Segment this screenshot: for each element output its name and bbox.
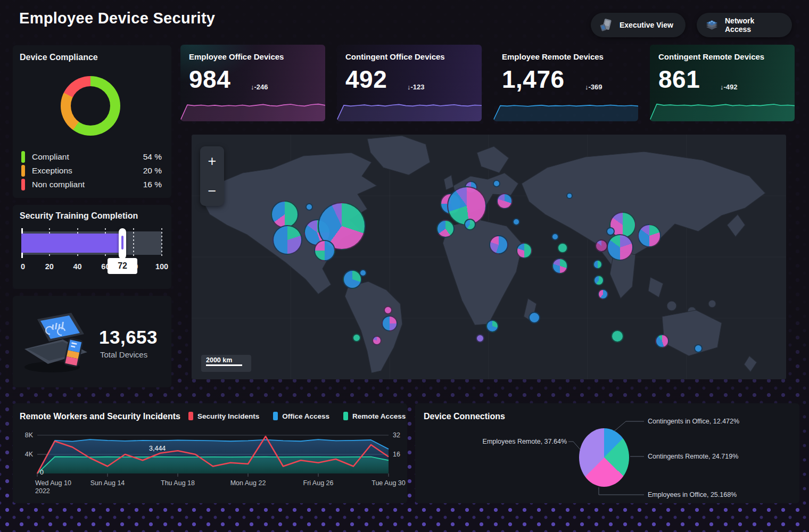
kpi-sparkline	[337, 98, 482, 121]
ytick-0: 0	[40, 469, 44, 476]
world-map-panel: + − 2000 km	[192, 135, 786, 379]
pie-label-contingents-office: Contingents in Office, 12.472%	[648, 418, 739, 425]
total-devices-label: Total Devices	[100, 350, 147, 359]
ytick-8k: 8K	[25, 431, 34, 439]
devices-illustration-icon	[19, 311, 92, 376]
map-scale-label: 2000 km	[206, 356, 251, 364]
kpi-title: Contingent Office Devices	[345, 52, 445, 61]
map-pie-marker[interactable]	[306, 203, 313, 211]
xtick-label: Fri Aug 26	[303, 479, 334, 487]
remote-workers-chart: 8K4K03216Wed Aug 102022Sun Aug 14Thu Aug…	[13, 403, 407, 503]
kpi-sparkline	[180, 98, 325, 121]
compliant-label: Compliant	[32, 152, 69, 162]
total-devices-panel: 13,653 Total Devices	[13, 296, 171, 387]
slider-handle[interactable]	[119, 228, 126, 259]
slider-fill	[21, 234, 122, 253]
map-pie-marker[interactable]	[611, 330, 624, 343]
page-title: Employee Device Security	[19, 10, 215, 27]
slider-tick-80	[133, 228, 134, 258]
legend-row-exceptions[interactable]: Exceptions 20 %	[21, 164, 162, 177]
map-pie-marker[interactable]	[464, 219, 476, 230]
device-compliance-title: Device Compliance	[20, 53, 98, 62]
kpi-delta: ↓-492	[720, 83, 738, 91]
kpi-title: Employee Remote Devices	[502, 52, 604, 61]
kpi-card-employee-remote: Employee Remote Devices 1,476 ↓-369	[493, 45, 638, 121]
map-pie-marker[interactable]	[598, 289, 608, 300]
map-pie-marker[interactable]	[273, 225, 302, 255]
map-pie-marker[interactable]	[606, 227, 615, 236]
exceptions-swatch	[21, 165, 25, 177]
xtick-label: Mon Aug 22	[230, 479, 266, 487]
xtick-label: Sun Aug 14	[90, 479, 125, 487]
map-pie-marker[interactable]	[359, 269, 367, 277]
map-pie-marker[interactable]	[314, 240, 335, 261]
network-access-button[interactable]: Network Access	[697, 13, 792, 37]
network-access-icon	[704, 17, 720, 33]
kpi-title: Employee Office Devices	[189, 52, 284, 61]
map-pie-marker[interactable]	[516, 243, 532, 259]
executive-view-label: Executive View	[620, 21, 673, 29]
pie-label-contingents-remote: Contingents Remote, 24.719%	[648, 453, 738, 460]
legend-row-compliant[interactable]: Compliant 54 %	[21, 151, 162, 163]
map-pie-marker[interactable]	[593, 275, 604, 286]
compliant-value: 54 %	[143, 152, 162, 162]
map-pie-marker[interactable]	[493, 180, 500, 187]
kpi-value: 492	[345, 65, 387, 94]
kpi-sparkline	[493, 98, 638, 121]
map-pie-marker[interactable]	[476, 334, 484, 343]
map-pie-marker[interactable]	[352, 334, 361, 342]
security-training-slider: 02040608010072	[21, 228, 162, 274]
executive-view-icon	[598, 17, 614, 33]
ytick-4k: 4K	[25, 451, 34, 458]
map-pie-marker[interactable]	[655, 334, 669, 348]
map-pie-marker[interactable]	[384, 306, 392, 314]
non-compliant-label: Non compliant	[32, 180, 85, 189]
kpi-delta: ↓-369	[585, 83, 602, 91]
map-pie-marker[interactable]	[372, 336, 382, 345]
legend-row-non-compliant[interactable]: Non compliant 16 %	[21, 178, 162, 191]
map-zoom-in-button[interactable]: +	[200, 146, 224, 176]
pie-label-employees-office: Employees in Office, 25.168%	[648, 491, 737, 498]
map-pie-marker[interactable]	[489, 235, 508, 254]
kpi-value: 984	[189, 65, 230, 94]
kpi-value: 1,476	[502, 65, 565, 94]
xtick-label: Wed Aug 10	[35, 479, 71, 487]
map-pie-marker[interactable]	[382, 315, 398, 331]
slider-tick-100	[161, 228, 162, 258]
map-pie-marker[interactable]	[486, 320, 499, 332]
map-pie-marker[interactable]	[552, 258, 568, 274]
slider-label-0: 0	[21, 262, 25, 271]
non-compliant-value: 16 %	[143, 180, 162, 189]
slider-label-40: 40	[73, 262, 82, 271]
map-pie-marker[interactable]	[595, 239, 608, 252]
xtick-year: 2022	[35, 487, 50, 495]
map-pie-marker[interactable]	[436, 220, 455, 238]
compliant-swatch	[21, 151, 25, 163]
device-connections-pie-chart[interactable]	[579, 428, 629, 487]
device-compliance-donut-chart	[61, 76, 120, 136]
map-pie-marker[interactable]	[551, 233, 559, 240]
slider-label-20: 20	[45, 262, 54, 271]
map-pie-marker[interactable]	[607, 234, 633, 261]
map-pie-marker[interactable]	[529, 312, 540, 323]
map-pie-marker[interactable]	[497, 193, 513, 209]
total-devices-value: 13,653	[99, 327, 158, 348]
map-pie-marker[interactable]	[638, 224, 661, 247]
map-pie-marker[interactable]	[566, 193, 573, 199]
map-zoom-out-button[interactable]: −	[200, 176, 224, 206]
map-zoom-control: + −	[200, 146, 224, 206]
executive-view-button[interactable]: Executive View	[591, 13, 686, 37]
map-pie-marker[interactable]	[694, 344, 703, 353]
exceptions-label: Exceptions	[32, 166, 72, 176]
kpi-sparkline	[650, 98, 795, 121]
kpi-card-contingent-office: Contingent Office Devices 492 ↓-123	[337, 45, 482, 121]
network-access-label: Network Access	[725, 16, 780, 34]
map-pie-marker[interactable]	[593, 260, 602, 269]
kpi-delta: ↓-246	[251, 83, 268, 91]
kpi-value: 861	[658, 65, 700, 94]
map-pie-marker[interactable]	[557, 243, 568, 253]
chart-annotation: 3,444	[149, 445, 166, 452]
map-pie-marker[interactable]	[513, 218, 520, 226]
map-pie-marker[interactable]	[271, 201, 299, 228]
slider-value-tooltip: 72	[108, 258, 137, 274]
